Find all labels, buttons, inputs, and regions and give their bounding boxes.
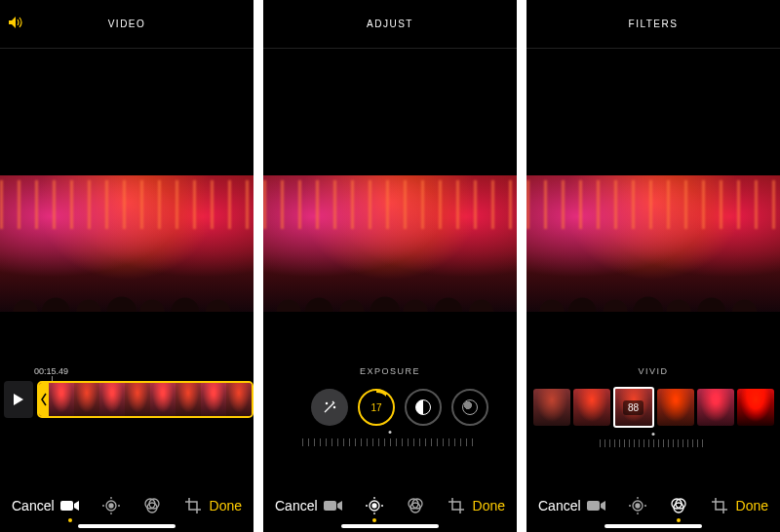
home-indicator[interactable]: [604, 524, 702, 528]
done-button[interactable]: Done: [210, 498, 242, 513]
svg-point-24: [636, 504, 640, 508]
top-bar: ADJUST: [263, 0, 517, 49]
video-preview[interactable]: [263, 175, 517, 312]
cancel-button[interactable]: Cancel: [538, 498, 581, 513]
video-preview[interactable]: [0, 175, 254, 312]
editor-panel-filters: FILTERS VIVID 88 Cancel: [526, 0, 780, 532]
bottom-toolbar: Cancel Done: [0, 479, 254, 532]
exposure-value: 17: [370, 402, 381, 413]
play-icon: [14, 394, 23, 405]
tab-title-filters[interactable]: FILTERS: [629, 19, 679, 29]
svg-point-14: [372, 504, 376, 508]
editor-panel-video: VIDEO 00:15.49 Cancel: [0, 0, 254, 532]
play-button[interactable]: [4, 381, 33, 418]
filter-thumb[interactable]: [657, 389, 694, 426]
editor-panel-adjust: ADJUST EXPOSURE 17 Cancel: [263, 0, 517, 532]
done-button[interactable]: Done: [736, 498, 768, 513]
adjust-tool-icon[interactable]: [628, 496, 647, 515]
svg-point-11: [333, 406, 334, 407]
crop-tool-icon[interactable]: [447, 496, 466, 515]
sound-icon[interactable]: [8, 16, 23, 32]
contrast-icon: [415, 399, 431, 415]
video-tool-icon[interactable]: [324, 496, 343, 515]
adjust-tool-icon[interactable]: [365, 496, 384, 515]
filter-thumb[interactable]: [697, 389, 734, 426]
video-controls: 00:15.49: [0, 366, 254, 479]
adjust-slider[interactable]: [302, 435, 478, 450]
top-bar: VIDEO: [0, 0, 254, 49]
timeline-frames[interactable]: [49, 383, 252, 416]
filter-thumb-selected[interactable]: 88: [613, 387, 654, 428]
svg-rect-12: [324, 501, 336, 511]
adjust-parameter-label: EXPOSURE: [360, 366, 420, 376]
filter-name-label: VIVID: [638, 366, 668, 376]
svg-point-10: [326, 402, 327, 403]
svg-point-2: [109, 504, 113, 508]
exposure-dial[interactable]: 17: [358, 389, 395, 426]
filters-controls: VIVID 88: [526, 366, 780, 479]
adjust-controls: EXPOSURE 17: [263, 366, 517, 479]
filter-intensity-slider[interactable]: [600, 437, 707, 450]
brilliance-dial[interactable]: [405, 389, 442, 426]
playhead-timestamp: 00:15.49: [34, 366, 68, 376]
top-bar: FILTERS: [526, 0, 780, 49]
filter-thumb[interactable]: [573, 389, 610, 426]
tab-title-adjust[interactable]: ADJUST: [367, 19, 413, 29]
trim-timeline[interactable]: [37, 381, 254, 418]
filter-intensity-value: 88: [623, 400, 644, 415]
video-tool-icon[interactable]: [587, 496, 606, 515]
crop-tool-icon[interactable]: [183, 496, 203, 515]
home-indicator[interactable]: [341, 524, 439, 528]
cancel-button[interactable]: Cancel: [12, 498, 55, 513]
highlights-icon: [462, 399, 478, 415]
trim-handle-left[interactable]: [39, 383, 49, 416]
crop-tool-icon[interactable]: [710, 496, 729, 515]
video-tool-icon[interactable]: [60, 496, 80, 515]
auto-enhance-button[interactable]: [311, 389, 348, 426]
video-preview[interactable]: [526, 175, 780, 312]
cancel-button[interactable]: Cancel: [275, 498, 318, 513]
filters-tool-icon[interactable]: [669, 496, 688, 515]
filter-thumbnails[interactable]: 88: [526, 386, 780, 429]
tab-title-video[interactable]: VIDEO: [108, 19, 146, 29]
highlights-dial[interactable]: [451, 389, 488, 426]
svg-rect-22: [587, 501, 600, 511]
filter-thumb[interactable]: [533, 389, 570, 426]
filter-thumb[interactable]: [737, 389, 774, 426]
svg-rect-0: [60, 501, 73, 511]
done-button[interactable]: Done: [473, 498, 505, 513]
filters-tool-icon[interactable]: [142, 496, 162, 515]
adjust-tool-icon[interactable]: [101, 496, 121, 515]
home-indicator[interactable]: [78, 524, 176, 528]
bottom-toolbar: Cancel Done: [526, 479, 780, 532]
filters-tool-icon[interactable]: [406, 496, 425, 515]
bottom-toolbar: Cancel Done: [263, 479, 517, 532]
